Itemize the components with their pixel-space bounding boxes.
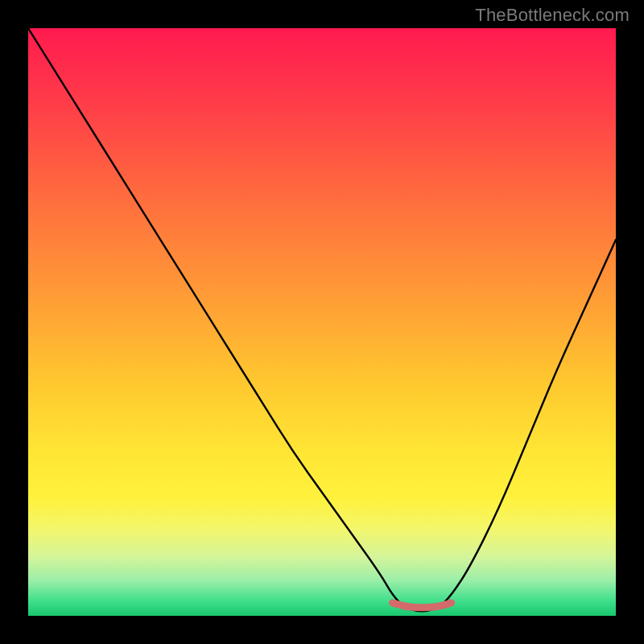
- watermark-text: TheBottleneck.com: [475, 5, 630, 26]
- bottleneck-curve: [28, 28, 616, 611]
- plot-area: [28, 28, 616, 616]
- optimal-band: [393, 603, 452, 608]
- chart-frame: TheBottleneck.com: [0, 0, 644, 644]
- curve-layer: [28, 28, 616, 616]
